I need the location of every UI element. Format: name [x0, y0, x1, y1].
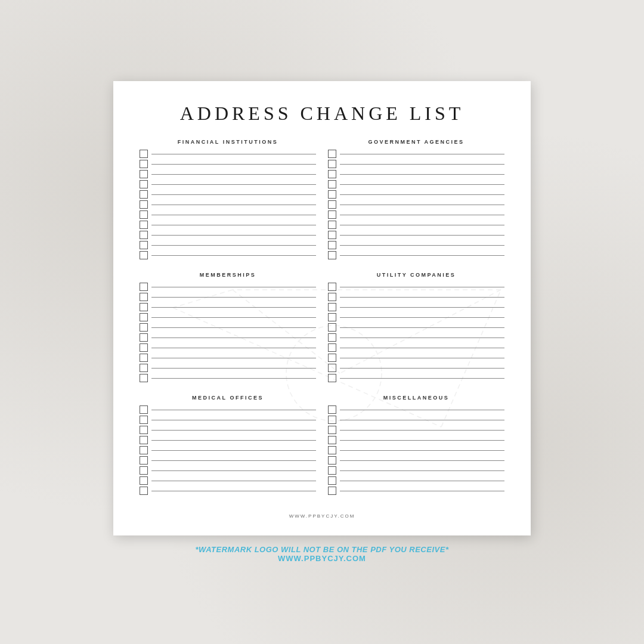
entry-line — [340, 338, 504, 338]
checkbox[interactable] — [328, 333, 336, 342]
checkbox[interactable] — [140, 374, 148, 382]
checkbox[interactable] — [140, 303, 148, 311]
entry-line — [340, 460, 504, 461]
checkbox[interactable] — [140, 405, 148, 414]
checkbox[interactable] — [328, 405, 336, 414]
section-utility: UTILITY COMPANIES — [328, 272, 504, 384]
checkbox[interactable] — [328, 436, 336, 444]
checklist-row — [328, 313, 504, 321]
checkbox[interactable] — [140, 333, 148, 342]
checkbox[interactable] — [328, 180, 336, 188]
checklist-row — [140, 190, 316, 199]
document-footer: WWW.PPBYCJY.COM — [140, 513, 504, 519]
section-financial: FINANCIAL INSTITUTIONS — [140, 139, 316, 261]
checkbox[interactable] — [328, 293, 336, 301]
checkbox[interactable] — [328, 343, 336, 352]
checkbox[interactable] — [328, 374, 336, 382]
entry-line — [340, 297, 504, 298]
checklist-row — [328, 446, 504, 454]
checkbox[interactable] — [140, 241, 148, 249]
checkbox[interactable] — [328, 283, 336, 291]
checkbox[interactable] — [140, 476, 148, 485]
entry-line — [340, 450, 504, 451]
entry-line — [340, 481, 504, 481]
entry-line — [340, 154, 504, 154]
checkbox[interactable] — [140, 231, 148, 239]
entry-line — [340, 287, 504, 287]
section-title-financial: FINANCIAL INSTITUTIONS — [140, 139, 316, 145]
checklist-row — [328, 283, 504, 291]
checkbox[interactable] — [328, 150, 336, 158]
checkbox[interactable] — [140, 180, 148, 188]
section-title-miscellaneous: MISCELLANEOUS — [328, 395, 504, 401]
checkbox[interactable] — [140, 466, 148, 475]
checkbox[interactable] — [140, 293, 148, 301]
checkbox[interactable] — [328, 354, 336, 362]
checkbox[interactable] — [328, 170, 336, 178]
entry-line — [151, 194, 316, 195]
checkbox[interactable] — [328, 476, 336, 485]
checkbox[interactable] — [328, 303, 336, 311]
checkbox[interactable] — [328, 210, 336, 219]
entry-line — [151, 327, 316, 328]
checkbox[interactable] — [328, 160, 336, 168]
entry-line — [340, 430, 504, 431]
checkbox[interactable] — [140, 343, 148, 352]
checkbox[interactable] — [328, 200, 336, 209]
checkbox[interactable] — [140, 446, 148, 454]
entry-line — [151, 205, 316, 205]
checkbox[interactable] — [328, 426, 336, 434]
checkbox[interactable] — [328, 416, 336, 424]
checklist-row — [140, 313, 316, 321]
checkbox[interactable] — [140, 313, 148, 321]
entry-line — [340, 358, 504, 358]
document-title: ADDRESS CHANGE LIST — [140, 103, 504, 125]
entry-line — [340, 327, 504, 328]
checkbox[interactable] — [328, 456, 336, 465]
checkbox[interactable] — [328, 221, 336, 229]
sections-grid: FINANCIAL INSTITUTIONSGOVERNMENT AGENCIE… — [140, 139, 504, 507]
checkbox[interactable] — [140, 221, 148, 229]
checkbox[interactable] — [140, 416, 148, 424]
checkbox[interactable] — [328, 323, 336, 332]
checkbox[interactable] — [140, 487, 148, 495]
entry-line — [151, 450, 316, 451]
checklist-row — [328, 405, 504, 414]
checkbox[interactable] — [140, 323, 148, 332]
section-miscellaneous: MISCELLANEOUS — [328, 395, 504, 497]
checkbox[interactable] — [140, 150, 148, 158]
checkbox[interactable] — [328, 251, 336, 259]
entry-line — [151, 184, 316, 185]
checkbox[interactable] — [328, 487, 336, 495]
checkbox[interactable] — [140, 210, 148, 219]
entry-line — [340, 194, 504, 195]
checkbox[interactable] — [140, 283, 148, 291]
checkbox[interactable] — [140, 251, 148, 259]
checkbox[interactable] — [140, 354, 148, 362]
section-title-government: GOVERNMENT AGENCIES — [328, 139, 504, 145]
checkbox[interactable] — [328, 190, 336, 199]
checklist-row — [140, 343, 316, 352]
checkbox[interactable] — [328, 446, 336, 454]
checkbox[interactable] — [328, 364, 336, 372]
checkbox[interactable] — [328, 231, 336, 239]
checkbox[interactable] — [140, 436, 148, 444]
checkbox[interactable] — [328, 313, 336, 321]
checkbox[interactable] — [140, 456, 148, 465]
section-memberships: MEMBERSHIPS — [140, 272, 316, 384]
checkbox[interactable] — [140, 426, 148, 434]
watermark-note: *WATERMARK LOGO WILL NOT BE ON THE PDF Y… — [196, 545, 449, 554]
checkbox[interactable] — [140, 190, 148, 199]
checklist-row — [328, 221, 504, 229]
checkbox[interactable] — [328, 241, 336, 249]
checkbox[interactable] — [140, 170, 148, 178]
checklist-row — [140, 374, 316, 382]
entry-line — [151, 154, 316, 154]
checkbox[interactable] — [140, 200, 148, 209]
checklist-row — [140, 476, 316, 485]
checklist-row — [328, 251, 504, 259]
checkbox[interactable] — [140, 160, 148, 168]
checkbox[interactable] — [328, 466, 336, 475]
checkbox[interactable] — [140, 364, 148, 372]
checklist-medical — [140, 405, 316, 497]
